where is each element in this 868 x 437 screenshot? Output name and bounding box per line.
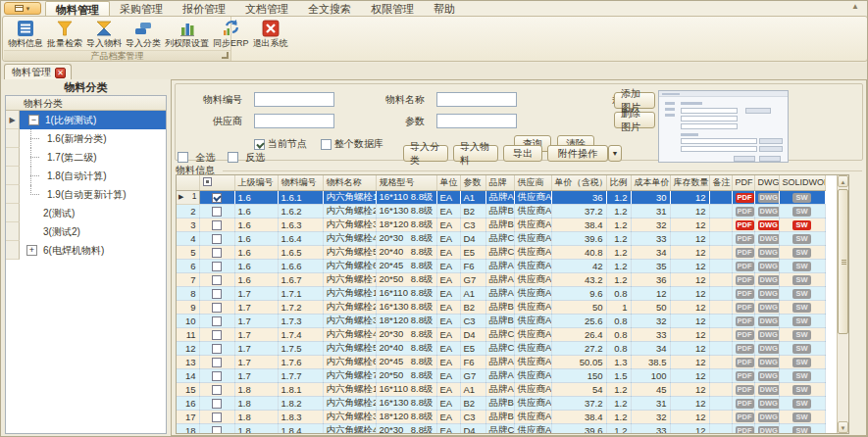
tree-item-content[interactable]: 2(测试) bbox=[20, 204, 166, 222]
table-row[interactable]: 61.61.6.6内六角螺栓620*458.8级EAF6品牌A供应商A6421.… bbox=[177, 259, 825, 272]
cell-parent[interactable]: 1.8 bbox=[234, 382, 278, 396]
table-row[interactable]: 101.71.7.3内六角螺栓318*1208.8级EAC3品牌B供应商A325… bbox=[177, 314, 825, 327]
cell-name[interactable]: 内六角螺栓3 bbox=[323, 314, 376, 327]
cell-param[interactable]: B2 bbox=[460, 300, 485, 314]
cell-pdf[interactable]: PDF bbox=[732, 341, 754, 355]
cell-stock[interactable]: 12 bbox=[670, 231, 709, 245]
cell-dwg[interactable]: DWG bbox=[754, 327, 779, 341]
sw-attachment-badge[interactable]: SW bbox=[792, 303, 811, 313]
import-material-action-button[interactable]: 导入物料 bbox=[453, 145, 498, 162]
dwg-attachment-badge[interactable]: DWG bbox=[758, 220, 780, 230]
cell-ratio[interactable]: 1.2 bbox=[606, 410, 631, 423]
cell-cost[interactable]: 33 bbox=[631, 423, 670, 434]
row-checkbox[interactable] bbox=[212, 289, 222, 299]
cell-pdf[interactable]: PDF bbox=[732, 382, 754, 396]
sw-attachment-badge[interactable]: SW bbox=[792, 385, 811, 395]
cell-num[interactable]: 11 bbox=[177, 327, 199, 341]
cell-param[interactable]: C3 bbox=[460, 410, 485, 423]
pdf-attachment-badge[interactable]: PDF bbox=[736, 234, 754, 244]
cell-supplier[interactable]: 供应商A1 bbox=[514, 286, 551, 300]
dwg-attachment-badge[interactable]: DWG bbox=[758, 330, 780, 340]
pdf-attachment-badge[interactable]: PDF bbox=[736, 275, 754, 285]
cell-unit[interactable]: EA bbox=[436, 300, 460, 314]
cell-check[interactable] bbox=[199, 286, 234, 300]
cell-name[interactable]: 内六角螺栓5 bbox=[323, 341, 376, 355]
dwg-attachment-badge[interactable]: DWG bbox=[758, 234, 780, 244]
pdf-attachment-badge[interactable]: PDF bbox=[736, 303, 754, 313]
cell-brand[interactable]: 品牌A bbox=[485, 382, 514, 396]
tree-item[interactable]: 2(测试) bbox=[6, 204, 166, 222]
sw-attachment-badge[interactable]: SW bbox=[792, 344, 811, 354]
cell-unit[interactable]: EA bbox=[436, 218, 460, 231]
column-header-sw[interactable]: SOLIDWORKS bbox=[779, 175, 825, 190]
sw-attachment-badge[interactable]: SW bbox=[792, 207, 811, 217]
tree-item-content[interactable]: 3(测试2) bbox=[20, 222, 166, 241]
dwg-attachment-badge[interactable]: DWG bbox=[758, 275, 780, 285]
cell-sw[interactable]: SW bbox=[779, 382, 825, 396]
dwg-attachment-badge[interactable]: DWG bbox=[758, 316, 780, 326]
cell-parent[interactable]: 1.8 bbox=[234, 410, 278, 423]
dwg-attachment-badge[interactable]: DWG bbox=[758, 303, 780, 313]
batch-search-button[interactable]: 批量检索 bbox=[45, 18, 84, 50]
sw-attachment-badge[interactable]: SW bbox=[792, 248, 811, 258]
cell-supplier[interactable]: 供应商A3 bbox=[514, 410, 551, 423]
cell-parent[interactable]: 1.6 bbox=[234, 245, 278, 259]
cell-unit[interactable]: EA bbox=[436, 341, 460, 355]
cell-check[interactable] bbox=[199, 204, 234, 218]
cell-pdf[interactable]: PDF bbox=[732, 259, 754, 272]
table-row[interactable]: 141.71.7.7内六角螺栓720*508.8级EAG7品牌A供应商A7150… bbox=[177, 368, 825, 382]
cell-parent[interactable]: 1.7 bbox=[234, 286, 278, 300]
cell-spec[interactable]: 20*408.8级 bbox=[376, 245, 436, 259]
cell-ratio[interactable]: 1.2 bbox=[606, 382, 631, 396]
cell-spec[interactable]: 20*458.8级 bbox=[376, 355, 436, 368]
cell-name[interactable]: 内六角螺栓5 bbox=[323, 245, 376, 259]
cell-num[interactable]: 5 bbox=[177, 245, 199, 259]
cell-check[interactable] bbox=[199, 231, 234, 245]
cell-sw[interactable]: SW bbox=[779, 259, 825, 272]
cell-code[interactable]: 1.8.2 bbox=[278, 396, 323, 410]
cell-dwg[interactable]: DWG bbox=[754, 355, 779, 368]
column-header-brand[interactable]: 品牌 bbox=[485, 175, 514, 190]
cell-pdf[interactable]: PDF bbox=[732, 286, 754, 300]
ribbon-tab-fulltext-search[interactable]: 全文搜索 bbox=[298, 1, 361, 16]
cell-brand[interactable]: 品牌C bbox=[485, 341, 514, 355]
select-all-rows-checkbox[interactable] bbox=[203, 177, 212, 186]
cell-check[interactable] bbox=[199, 368, 234, 382]
cell-ratio[interactable]: 1.2 bbox=[606, 231, 631, 245]
dwg-attachment-badge[interactable]: DWG bbox=[758, 193, 780, 203]
table-row[interactable]: 81.71.7.1内六角螺栓116*1108.8级EAA1品牌A供应商A19.6… bbox=[177, 286, 825, 300]
cell-num[interactable]: 10 bbox=[177, 314, 199, 327]
attachment-dropdown-icon[interactable]: ▼ bbox=[608, 145, 622, 162]
cell-parent[interactable]: 1.7 bbox=[234, 314, 278, 327]
cell-price[interactable]: 50.05 bbox=[551, 355, 606, 368]
cell-stock[interactable]: 12 bbox=[670, 327, 709, 341]
cell-stock[interactable]: 12 bbox=[670, 355, 709, 368]
cell-num[interactable]: 2 bbox=[177, 204, 199, 218]
cell-num[interactable]: 9 bbox=[177, 300, 199, 314]
cell-check[interactable] bbox=[199, 382, 234, 396]
column-header-supplier[interactable]: 供应商 bbox=[514, 175, 551, 190]
ribbon-tab-document[interactable]: 文档管理 bbox=[235, 1, 298, 16]
cell-cost[interactable]: 12 bbox=[631, 286, 670, 300]
column-header-code[interactable]: 物料编号 bbox=[278, 175, 323, 190]
column-header-cost[interactable]: 成本单价 bbox=[631, 175, 670, 190]
import-category-action-button[interactable]: 导入分类 bbox=[403, 145, 448, 162]
cell-dwg[interactable]: DWG bbox=[754, 368, 779, 382]
cell-check[interactable] bbox=[199, 396, 234, 410]
cell-brand[interactable]: 品牌A bbox=[485, 259, 514, 272]
cell-code[interactable]: 1.8.3 bbox=[278, 410, 323, 423]
cell-param[interactable]: E5 bbox=[460, 341, 485, 355]
exit-system-button[interactable]: 退出系统 bbox=[251, 18, 290, 50]
pdf-attachment-badge[interactable]: PDF bbox=[736, 248, 754, 258]
cell-cost[interactable]: 35 bbox=[631, 259, 670, 272]
cell-ratio[interactable]: 1.2 bbox=[606, 259, 631, 272]
expand-node-icon[interactable]: + bbox=[26, 245, 37, 256]
cell-code[interactable]: 1.6.5 bbox=[278, 245, 323, 259]
cell-spec[interactable]: 18*1208.8级 bbox=[376, 410, 436, 423]
cell-remark[interactable] bbox=[709, 231, 732, 245]
row-checkbox[interactable] bbox=[212, 399, 222, 409]
cell-param[interactable]: C3 bbox=[460, 314, 485, 327]
dwg-attachment-badge[interactable]: DWG bbox=[758, 358, 780, 367]
cell-brand[interactable]: 品牌B bbox=[485, 410, 514, 423]
cell-price[interactable]: 150 bbox=[551, 368, 606, 382]
